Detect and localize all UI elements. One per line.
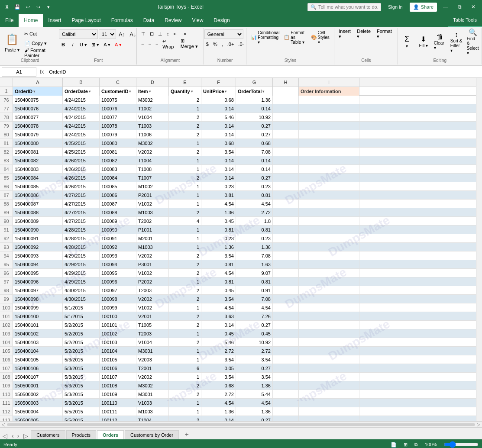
cell-ordertotal[interactable]: 0.45 (236, 329, 273, 338)
page-view-button[interactable]: 📄 (391, 442, 397, 448)
cell-orderid[interactable]: 150400086 (13, 191, 63, 200)
cell-orderid[interactable]: 150400085 (13, 182, 63, 191)
header-cell-customerid[interactable]: CustomerID▾ (100, 87, 136, 96)
share-button[interactable]: 👤 Share (410, 3, 437, 12)
menu-file[interactable]: File (0, 14, 19, 27)
cell-customerid[interactable]: 100081 (100, 148, 136, 156)
cell-orderid[interactable]: 150400088 (13, 208, 63, 217)
format-painter-button[interactable]: 🖌 Format Painter (23, 48, 57, 57)
cell-reference-box[interactable] (2, 67, 36, 77)
cell-orderid[interactable]: 150400082 (13, 156, 63, 165)
table-row[interactable]: 83 150400082 4/26/2015 100082 T1004 1 0.… (0, 156, 476, 165)
cell-orderid[interactable]: 150400077 (13, 113, 63, 122)
cell-item[interactable]: P3001 (136, 260, 169, 269)
cell-orderid[interactable]: 150400105 (13, 355, 63, 364)
table-row[interactable]: 106 150400105 5/3/2015 100105 V2003 1 3.… (0, 355, 476, 364)
cell-h[interactable] (273, 96, 299, 104)
decrease-font-button[interactable]: A↓ (128, 30, 138, 39)
cell-order-info[interactable] (299, 286, 359, 295)
cell-customerid[interactable]: 100103 (100, 338, 136, 347)
cell-quantity[interactable]: 6 (169, 364, 201, 373)
cell-unitprice[interactable]: 2.72 (201, 347, 236, 355)
cell-ordertotal[interactable]: 1.8 (236, 217, 273, 226)
cell-quantity[interactable]: 1 (169, 399, 201, 407)
cell-unitprice[interactable]: 0.45 (201, 217, 236, 226)
cell-ordertotal[interactable]: 1.36 (236, 381, 273, 390)
cell-unitprice[interactable]: 0.05 (201, 364, 236, 373)
cell-h[interactable] (273, 355, 299, 364)
cell-customerid[interactable]: 100096 (100, 277, 136, 286)
cell-item[interactable]: T1004 (136, 416, 169, 421)
cell-order-info[interactable] (299, 234, 359, 243)
cell-item[interactable]: V1002 (136, 269, 169, 277)
cell-customerid[interactable]: 100077 (100, 113, 136, 122)
cell-orderdate[interactable]: 5/3/2015 (63, 373, 100, 381)
cell-orderdate[interactable]: 5/3/2015 (63, 399, 100, 407)
cell-quantity[interactable]: 2 (169, 113, 201, 122)
cell-unitprice[interactable]: 0.14 (201, 416, 236, 421)
cell-customerid[interactable]: 100086 (100, 191, 136, 200)
cell-orderdate[interactable]: 5/3/2015 (63, 381, 100, 390)
col-header-a[interactable]: A (13, 78, 63, 87)
cell-orderdate[interactable]: 4/29/2015 (63, 277, 100, 286)
cell-customerid[interactable]: 100093 (100, 251, 136, 260)
cell-unitprice[interactable]: 0.81 (201, 226, 236, 234)
cell-order-info[interactable] (299, 321, 359, 329)
cell-customerid[interactable]: 100079 (100, 130, 136, 139)
cell-h[interactable] (273, 286, 299, 295)
col-header-g[interactable]: G (236, 78, 273, 87)
cell-orderdate[interactable]: 4/27/2015 (63, 200, 100, 208)
col-header-h[interactable]: H (273, 78, 299, 87)
cell-quantity[interactable]: 2 (169, 174, 201, 182)
cell-quantity[interactable]: 2 (169, 260, 201, 269)
cell-unitprice[interactable]: 4.54 (201, 303, 236, 312)
cell-orderdate[interactable]: 4/26/2015 (63, 182, 100, 191)
cell-ordertotal[interactable]: 3.54 (236, 355, 273, 364)
number-format-select[interactable]: General Number Currency Percentage (204, 29, 243, 39)
cell-unitprice[interactable]: 1.36 (201, 407, 236, 416)
cell-order-info[interactable] (299, 269, 359, 277)
cell-item[interactable]: M3001 (136, 347, 169, 355)
cell-orderid[interactable]: 150400104 (13, 347, 63, 355)
cell-h[interactable] (273, 130, 299, 139)
table-row[interactable]: 91 150400090 4/28/2015 100090 P1001 1 0.… (0, 226, 476, 234)
cell-orderdate[interactable]: 4/28/2015 (63, 243, 100, 251)
cell-h[interactable] (273, 347, 299, 355)
layout-view-button[interactable]: ⊞ (404, 442, 408, 448)
cell-quantity[interactable]: 2 (169, 148, 201, 156)
increase-font-button[interactable]: A↑ (117, 30, 127, 39)
paste-button[interactable]: 📋 (4, 31, 20, 48)
cell-styles-button[interactable]: 🎨 CellStyles ▾ (309, 29, 332, 45)
cell-ordertotal[interactable]: 4.54 (236, 303, 273, 312)
cell-orderdate[interactable]: 4/27/2015 (63, 217, 100, 226)
cell-order-info[interactable] (299, 303, 359, 312)
cell-orderid[interactable]: 150400079 (13, 130, 63, 139)
cell-ordertotal[interactable]: 1.63 (236, 260, 273, 269)
cell-item[interactable]: P2002 (136, 277, 169, 286)
cell-quantity[interactable]: 1 (169, 156, 201, 165)
cell-orderdate[interactable]: 4/28/2015 (63, 234, 100, 243)
header-cell-orderid[interactable]: OrderID▾ (13, 87, 63, 96)
cell-ordertotal[interactable]: 0.68 (236, 139, 273, 148)
cell-item[interactable]: V2002 (136, 251, 169, 260)
cell-orderid[interactable]: 150400095 (13, 269, 63, 277)
cell-unitprice[interactable]: 0.81 (201, 260, 236, 269)
cell-orderid[interactable]: 150400094 (13, 260, 63, 269)
cell-orderdate[interactable]: 5/2/2015 (63, 321, 100, 329)
cell-h[interactable] (273, 260, 299, 269)
cell-quantity[interactable]: 1 (169, 243, 201, 251)
cell-orderid[interactable]: 150400092 (13, 243, 63, 251)
cell-item[interactable]: V2002 (136, 295, 169, 303)
cell-h[interactable] (273, 321, 299, 329)
table-row[interactable]: 98 150400097 4/30/2015 100097 T2003 2 0.… (0, 286, 476, 295)
cell-ordertotal[interactable]: 0.14 (236, 104, 273, 113)
cell-customerid[interactable]: 100080 (100, 139, 136, 148)
cell-quantity[interactable]: 2 (169, 321, 201, 329)
cell-item[interactable]: T2001 (136, 364, 169, 373)
cell-quantity[interactable]: 2 (169, 208, 201, 217)
cell-ordertotal[interactable]: 0.81 (236, 277, 273, 286)
cell-order-info[interactable] (299, 226, 359, 234)
minimize-button[interactable]: — (440, 2, 451, 12)
cell-customerid[interactable]: 100107 (100, 373, 136, 381)
cell-quantity[interactable]: 2 (169, 286, 201, 295)
